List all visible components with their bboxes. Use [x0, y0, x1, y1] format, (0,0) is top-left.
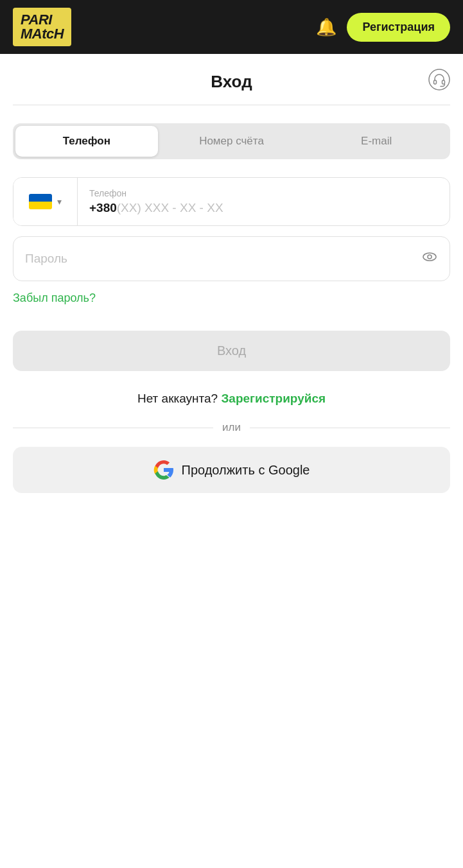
- logo-match: MAtcH: [21, 27, 64, 41]
- login-button[interactable]: Вход: [13, 331, 450, 371]
- google-login-button[interactable]: Продолжить с Google: [13, 447, 450, 493]
- password-input-section[interactable]: Пароль: [13, 236, 450, 281]
- divider-row: или: [13, 421, 450, 434]
- phone-input-section: ▾ Телефон +380 (XX) XXX - XX - XX: [13, 177, 450, 226]
- phone-placeholder-text: (XX) XXX - XX - XX: [117, 201, 223, 215]
- divider-right: [250, 428, 450, 428]
- password-placeholder: Пароль: [25, 252, 67, 266]
- phone-prefix: +380: [89, 201, 117, 215]
- flag-ukraine: [29, 194, 52, 209]
- support-icon[interactable]: [428, 69, 450, 95]
- header-actions: 🔔 Регистрация: [316, 13, 450, 42]
- phone-input-area[interactable]: Телефон +380 (XX) XXX - XX - XX: [78, 178, 450, 225]
- phone-input-row: +380 (XX) XXX - XX - XX: [89, 201, 438, 215]
- google-icon: [153, 460, 174, 480]
- no-account-text: Нет аккаунта?: [137, 392, 218, 405]
- page-title: Вход: [211, 72, 252, 92]
- header: PARI MAtcH 🔔 Регистрация: [0, 0, 463, 54]
- forgot-password-link[interactable]: Забыл пароль?: [13, 291, 96, 305]
- no-account-row: Нет аккаунта? Зарегистрируйся: [13, 392, 450, 406]
- google-btn-label: Продолжить с Google: [182, 463, 310, 478]
- page-title-row: Вход: [13, 54, 450, 105]
- svg-point-4: [428, 255, 432, 259]
- divider-left: [13, 428, 213, 428]
- svg-rect-2: [442, 80, 445, 84]
- phone-label: Телефон: [89, 188, 438, 198]
- tab-account-number[interactable]: Номер счёта: [161, 126, 303, 157]
- bell-icon[interactable]: 🔔: [316, 17, 336, 37]
- logo[interactable]: PARI MAtcH: [13, 8, 71, 46]
- country-selector[interactable]: ▾: [13, 178, 78, 225]
- svg-point-3: [423, 253, 436, 261]
- main-content: Вход Телефон Номер счёта E-mail: [0, 54, 463, 493]
- tab-phone[interactable]: Телефон: [15, 126, 158, 157]
- eye-icon[interactable]: [421, 248, 438, 269]
- svg-rect-1: [434, 80, 437, 84]
- divider-text: или: [222, 421, 241, 434]
- register-link[interactable]: Зарегистрируйся: [221, 392, 326, 405]
- login-tabs: Телефон Номер счёта E-mail: [13, 123, 450, 159]
- logo-pari: PARI: [21, 13, 64, 27]
- register-button[interactable]: Регистрация: [347, 13, 450, 42]
- svg-point-0: [429, 69, 450, 90]
- tab-email[interactable]: E-mail: [305, 126, 448, 157]
- country-chevron-icon: ▾: [57, 196, 62, 207]
